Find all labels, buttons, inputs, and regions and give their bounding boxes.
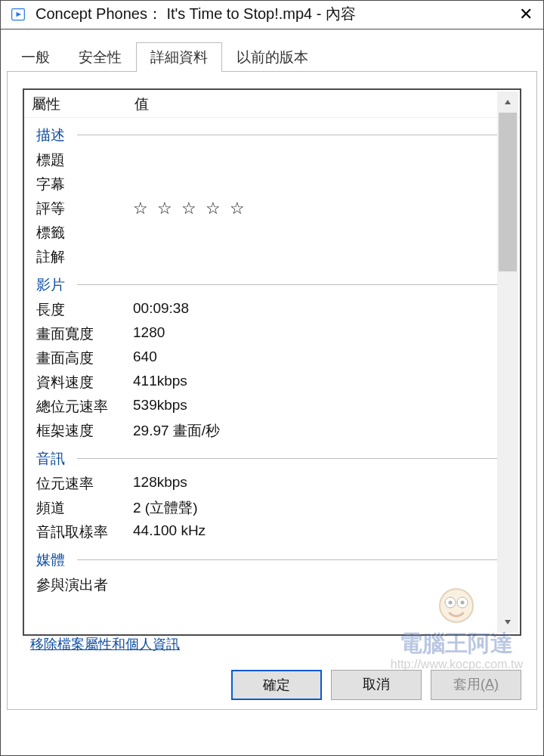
row-channels[interactable]: 頻道 2 (立體聲) (32, 496, 520, 520)
scrollbar-track[interactable] (497, 113, 518, 612)
row-tags[interactable]: 標籤 (32, 221, 520, 245)
window-title: Concept Phones： It's Time to Stop!.mp4 -… (36, 4, 515, 24)
row-rating[interactable]: 評等 ☆ ☆ ☆ ☆ ☆ (32, 197, 520, 221)
row-length[interactable]: 長度 00:09:38 (32, 298, 520, 322)
properties-dialog: Concept Phones： It's Time to Stop!.mp4 -… (0, 0, 544, 756)
tab-previous-versions[interactable]: 以前的版本 (222, 42, 323, 72)
row-audio-bitrate[interactable]: 位元速率 128kbps (32, 472, 520, 496)
tab-content-details: 屬性 值 描述 標題 字幕 評等 ☆ ☆ (7, 72, 537, 710)
row-subtitle[interactable]: 字幕 (32, 172, 520, 197)
row-data-rate[interactable]: 資料速度 411kbps (32, 370, 520, 395)
rating-stars[interactable]: ☆ ☆ ☆ ☆ ☆ (127, 199, 520, 218)
vertical-scrollbar[interactable] (497, 91, 518, 633)
scrollbar-thumb[interactable] (499, 113, 517, 271)
list-header: 屬性 值 (24, 90, 520, 118)
section-video: 影片 (32, 271, 520, 298)
row-comments[interactable]: 註解 (32, 245, 520, 269)
row-contributing-artists[interactable]: 參與演出者 (32, 573, 520, 597)
apply-button[interactable]: 套用(A) (431, 670, 521, 700)
ok-button[interactable]: 確定 (231, 670, 322, 700)
tab-security[interactable]: 安全性 (64, 42, 136, 72)
row-frame-width[interactable]: 畫面寬度 1280 (32, 322, 520, 346)
scroll-up-arrow-icon[interactable] (497, 91, 518, 113)
remove-properties-link[interactable]: 移除檔案屬性和個人資訊 (26, 635, 180, 653)
column-header-property[interactable]: 屬性 (32, 94, 128, 114)
svg-marker-2 (505, 100, 511, 104)
tab-strip: 一般 安全性 詳細資料 以前的版本 (7, 42, 537, 72)
row-frame-rate[interactable]: 框架速度 29.97 畫面/秒 (32, 419, 520, 443)
titlebar: Concept Phones： It's Time to Stop!.mp4 -… (1, 1, 543, 29)
column-header-value[interactable]: 值 (128, 94, 514, 114)
section-audio: 音訊 (32, 445, 520, 472)
file-icon (10, 6, 26, 23)
row-sample-rate[interactable]: 音訊取樣率 44.100 kHz (32, 520, 520, 544)
scroll-down-arrow-icon[interactable] (497, 612, 518, 633)
row-title[interactable]: 標題 (32, 148, 520, 172)
tab-general[interactable]: 一般 (7, 42, 64, 72)
section-media: 媒體 (32, 546, 520, 573)
close-button[interactable]: ✕ (515, 6, 537, 23)
section-description: 描述 (32, 121, 520, 148)
details-list: 屬性 值 描述 標題 字幕 評等 ☆ ☆ (23, 88, 521, 636)
row-total-bitrate[interactable]: 總位元速率 539kbps (32, 395, 520, 419)
cancel-button[interactable]: 取消 (331, 670, 422, 700)
row-frame-height[interactable]: 畫面高度 640 (32, 346, 520, 370)
svg-marker-3 (505, 620, 511, 624)
tab-details[interactable]: 詳細資料 (136, 42, 222, 72)
dialog-button-row: 確定 取消 套用(A) (231, 670, 521, 700)
